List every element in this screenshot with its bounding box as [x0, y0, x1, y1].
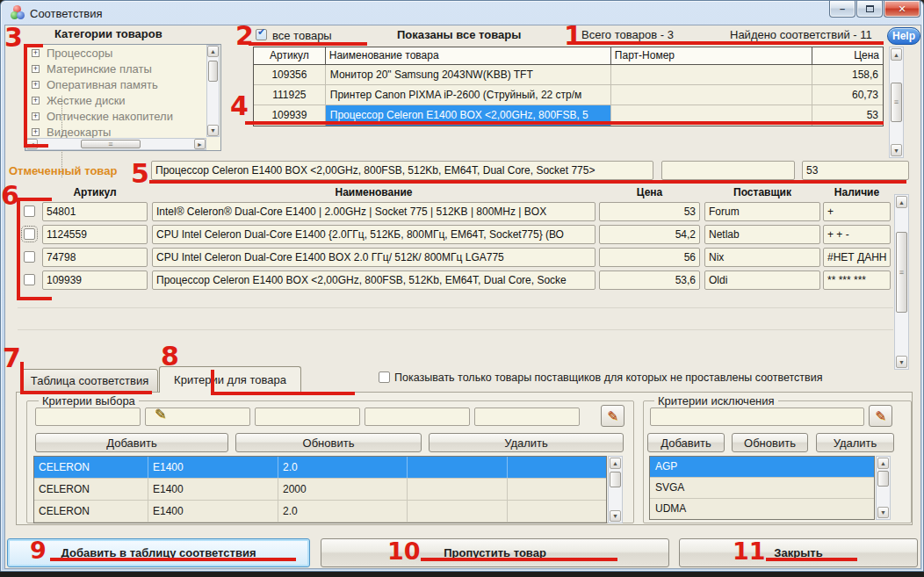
- scrollbar-thumb[interactable]: ≡: [891, 83, 902, 122]
- annotation-line-5: [149, 180, 906, 184]
- scroll-down-icon[interactable]: ▼: [207, 125, 219, 136]
- annotation-line-11: [766, 558, 857, 561]
- scroll-down-icon[interactable]: ▼: [610, 510, 621, 522]
- expand-icon[interactable]: +: [32, 49, 40, 57]
- supplier-row: 1124559 CPU Intel Celeron Dual-Core E140…: [0, 225, 924, 244]
- suppliers-table-scrollbar[interactable]: ▲ ≡ ▼: [894, 194, 909, 370]
- empty-row-line: [18, 329, 893, 330]
- minimize-button[interactable]: –: [829, 1, 855, 18]
- col-header-artikul[interactable]: Артикул: [254, 47, 326, 64]
- suppliers-col-supplier: Поставщик: [704, 186, 820, 198]
- expand-icon[interactable]: +: [32, 65, 40, 73]
- scrollbar-thumb[interactable]: [610, 472, 621, 487]
- annotation-line-4: [245, 121, 884, 125]
- annotation-digit-4: 4: [230, 93, 249, 119]
- list-item[interactable]: SVGA: [650, 478, 874, 499]
- tab-item-criteria[interactable]: Критерии для товара: [159, 366, 301, 393]
- exclude-delete-button[interactable]: Удалить: [816, 433, 894, 452]
- grid-row-selected[interactable]: CELERON E1400 2.0: [34, 457, 606, 479]
- list-item-selected[interactable]: AGP: [650, 457, 874, 478]
- row-checkbox[interactable]: [24, 274, 35, 285]
- tree-vertical-scrollbar[interactable]: ▲ ▼: [206, 45, 220, 137]
- annotation-line-6: [17, 198, 52, 201]
- products-table-scrollbar[interactable]: ▲ ≡ ▼: [889, 47, 904, 158]
- grid-row[interactable]: CELERON E1400 2.0: [34, 501, 606, 523]
- col-header-price[interactable]: Цена: [812, 47, 883, 64]
- filter-checkbox[interactable]: [379, 371, 390, 383]
- annotation-line-6: [17, 297, 52, 300]
- list-item[interactable]: UDMA: [650, 499, 874, 520]
- categories-title: Категории товаров: [54, 27, 162, 40]
- screen: Соответствия – ✕ Категории товаров +Проц…: [0, 0, 924, 577]
- annotation-line-8: [211, 392, 355, 395]
- scrollbar-thumb[interactable]: [208, 61, 218, 82]
- clear-select-criteria-button[interactable]: ✎: [601, 405, 624, 427]
- annotation-digit-11: 11: [733, 539, 766, 563]
- scroll-down-icon[interactable]: ▼: [877, 507, 889, 518]
- row-checkbox[interactable]: [24, 206, 35, 217]
- all-goods-label: все товары: [272, 29, 332, 42]
- all-goods-checkbox[interactable]: ✔: [256, 29, 267, 40]
- close-dialog-button[interactable]: Закрыть: [679, 538, 918, 567]
- scroll-up-icon[interactable]: ▲: [891, 48, 902, 61]
- clear-exclude-criteria-button[interactable]: ✎: [869, 405, 892, 427]
- marked-product-middle-field[interactable]: [661, 161, 795, 180]
- minimize-icon: –: [840, 4, 845, 14]
- expand-icon[interactable]: +: [32, 112, 40, 120]
- criteria-input-5[interactable]: [474, 408, 580, 426]
- screen-edge: [0, 572, 924, 577]
- scroll-up-icon[interactable]: ▲: [877, 458, 889, 469]
- row-checkbox[interactable]: [24, 251, 35, 263]
- exclude-add-button[interactable]: Добавить: [647, 433, 725, 452]
- products-table[interactable]: Артикул Наименование товара Парт-Номер Ц…: [253, 47, 884, 126]
- grid-row[interactable]: CELERON E1400 2000: [34, 479, 606, 501]
- scrollbar-thumb[interactable]: [877, 471, 889, 487]
- expand-icon[interactable]: +: [32, 128, 40, 136]
- suppliers-col-avail: Наличие: [823, 186, 891, 198]
- criteria-input-1[interactable]: [35, 408, 141, 426]
- marked-product-name-field[interactable]: Процессор Celeron E1400 BOX <2,00GHz, 80…: [151, 161, 653, 180]
- table-row[interactable]: 109356 Монитор 20" Samsung 2043NW(KBB) T…: [254, 65, 883, 85]
- window-title: Соответствия: [30, 7, 103, 20]
- annotation-digit-5: 5: [131, 161, 149, 187]
- exclude-update-button[interactable]: Обновить: [732, 433, 808, 452]
- scroll-right-icon[interactable]: ►: [194, 139, 206, 149]
- scroll-down-icon[interactable]: ▼: [891, 144, 902, 156]
- add-to-match-table-button[interactable]: Добавить в таблицу соответствия: [7, 538, 310, 567]
- edit-icon: ✎: [875, 408, 886, 424]
- annotation-digit-3: 3: [4, 25, 23, 51]
- select-update-button[interactable]: Обновить: [235, 433, 422, 452]
- select-grid-scrollbar[interactable]: ▲ ▼: [608, 456, 623, 523]
- scroll-up-icon[interactable]: ▲: [610, 458, 621, 469]
- annotation-digit-1: 1: [564, 23, 582, 49]
- criteria-input-4[interactable]: [365, 408, 470, 426]
- exclude-criteria-title: Критерии исключения: [654, 394, 778, 408]
- exclude-list-scrollbar[interactable]: ▲ ▼: [876, 456, 891, 520]
- total-count: Всего товаров - 3: [581, 28, 674, 41]
- select-add-button[interactable]: Добавить: [35, 433, 228, 452]
- scroll-up-icon[interactable]: ▲: [896, 196, 907, 208]
- select-delete-button[interactable]: Удалить: [429, 433, 624, 452]
- tree-horizontal-scrollbar[interactable]: ◄ ≡ ►: [25, 138, 206, 150]
- tab-match-table[interactable]: Таблица соответствия: [21, 369, 158, 393]
- exclude-input[interactable]: [650, 408, 864, 426]
- titlebar[interactable]: Соответствия: [1, 1, 923, 25]
- table-row[interactable]: 111925 Принтер Canon PIXMA iP-2600 (Стру…: [254, 85, 883, 105]
- help-button[interactable]: Help: [887, 27, 920, 45]
- scroll-up-icon[interactable]: ▲: [207, 46, 219, 57]
- close-button[interactable]: ✕: [884, 1, 920, 18]
- maximize-button[interactable]: [856, 1, 883, 18]
- col-header-partnum[interactable]: Парт-Номер: [611, 47, 812, 64]
- scrollbar-thumb[interactable]: ≡: [81, 140, 141, 148]
- row-checkbox[interactable]: [24, 228, 35, 240]
- pencil-cursor-icon: ✎: [155, 406, 166, 422]
- scrollbar-thumb[interactable]: ≡: [896, 232, 907, 313]
- expand-icon[interactable]: +: [32, 81, 40, 89]
- skip-product-button[interactable]: Пропустить товар: [321, 538, 669, 567]
- expand-icon[interactable]: +: [32, 97, 40, 105]
- marked-product-price-field[interactable]: 53: [802, 161, 909, 180]
- annotation-line-2: [249, 42, 367, 46]
- scroll-down-icon[interactable]: ▼: [896, 356, 907, 368]
- maximize-icon: [866, 5, 874, 12]
- criteria-input-3[interactable]: [255, 408, 360, 426]
